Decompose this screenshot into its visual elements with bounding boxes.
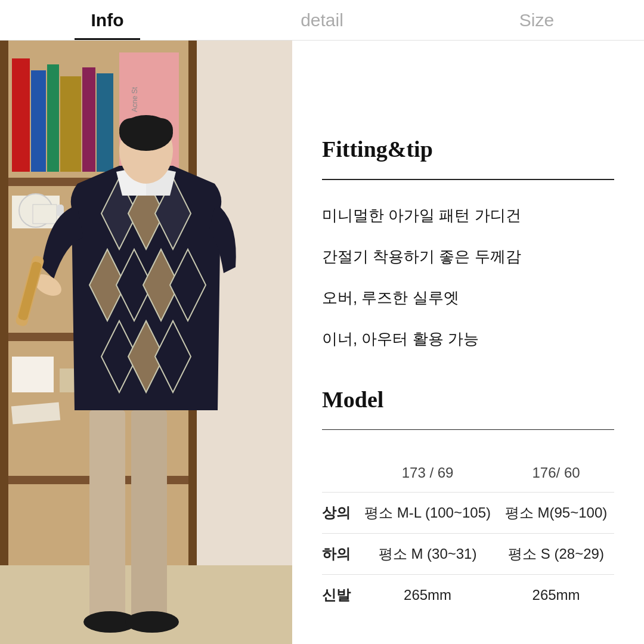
tab-bar: Info detail Size xyxy=(0,0,644,41)
row-shoes-col2: 265mm xyxy=(498,575,614,616)
product-image-container: Acne St xyxy=(0,41,292,644)
tab-detail[interactable]: detail xyxy=(215,0,429,40)
tab-size-label: Size xyxy=(519,10,554,30)
model-table: 173 / 69 176/ 60 상의 평소 M-L (100~105) 평소 … xyxy=(322,454,614,615)
fitting-tip-3: 오버, 루즈한 실루엣 xyxy=(322,286,614,309)
top-spacer xyxy=(322,88,614,136)
fitting-tip-4: 이너, 아우터 활용 가능 xyxy=(322,327,614,351)
row-top-col1: 평소 M-L (100~105) xyxy=(357,493,498,534)
svg-text:Acne St: Acne St xyxy=(131,86,139,112)
row-bottom-col2: 평소 S (28~29) xyxy=(498,534,614,575)
svg-rect-20 xyxy=(12,357,54,392)
svg-rect-29 xyxy=(131,410,167,619)
product-image-svg: Acne St xyxy=(0,41,292,644)
row-shoes-col1: 265mm xyxy=(357,575,498,616)
svg-rect-9 xyxy=(47,64,59,172)
right-info-panel: Fitting&tip 미니멀한 아가일 패턴 가디건 간절기 착용하기 좋은 … xyxy=(292,41,644,644)
svg-rect-5 xyxy=(0,41,8,644)
fitting-tip-1: 미니멀한 아가일 패턴 가디건 xyxy=(322,204,614,227)
main-content: Acne St xyxy=(0,41,644,644)
fitting-heading: Fitting&tip xyxy=(322,136,614,162)
svg-rect-11 xyxy=(82,67,95,172)
row-bottom-label: 하의 xyxy=(322,534,357,575)
table-row-top: 상의 평소 M-L (100~105) 평소 M(95~100) xyxy=(322,493,614,534)
model-table-header-row: 173 / 69 176/ 60 xyxy=(322,454,614,493)
fitting-section: Fitting&tip 미니멀한 아가일 패턴 가디건 간절기 착용하기 좋은 … xyxy=(322,136,614,351)
svg-rect-10 xyxy=(60,76,81,172)
svg-rect-28 xyxy=(89,410,125,619)
model-heading: Model xyxy=(322,386,614,413)
tab-size[interactable]: Size xyxy=(429,0,644,40)
row-top-col2: 평소 M(95~100) xyxy=(498,493,614,534)
table-row-shoes: 신발 265mm 265mm xyxy=(322,575,614,616)
svg-rect-7 xyxy=(12,58,30,172)
row-bottom-col1: 평소 M (30~31) xyxy=(357,534,498,575)
col-176-header: 176/ 60 xyxy=(498,454,614,493)
tab-info[interactable]: Info xyxy=(0,0,215,40)
svg-rect-12 xyxy=(97,73,113,172)
svg-rect-47 xyxy=(119,118,173,142)
row-shoes-label: 신발 xyxy=(322,575,357,616)
svg-point-31 xyxy=(125,611,179,633)
col-label-header xyxy=(322,454,357,493)
col-173-header: 173 / 69 xyxy=(357,454,498,493)
fitting-divider xyxy=(322,179,614,180)
tab-detail-label: detail xyxy=(301,10,343,30)
tab-info-label: Info xyxy=(91,10,124,30)
row-top-label: 상의 xyxy=(322,493,357,534)
table-row-bottom: 하의 평소 M (30~31) 평소 S (28~29) xyxy=(322,534,614,575)
model-divider xyxy=(322,429,614,431)
svg-rect-17 xyxy=(33,205,57,224)
model-section: Model 173 / 69 176/ 60 상의 평소 M-L (100~10… xyxy=(322,386,614,616)
fitting-tip-2: 간절기 착용하기 좋은 두께감 xyxy=(322,245,614,268)
svg-rect-8 xyxy=(31,70,46,172)
